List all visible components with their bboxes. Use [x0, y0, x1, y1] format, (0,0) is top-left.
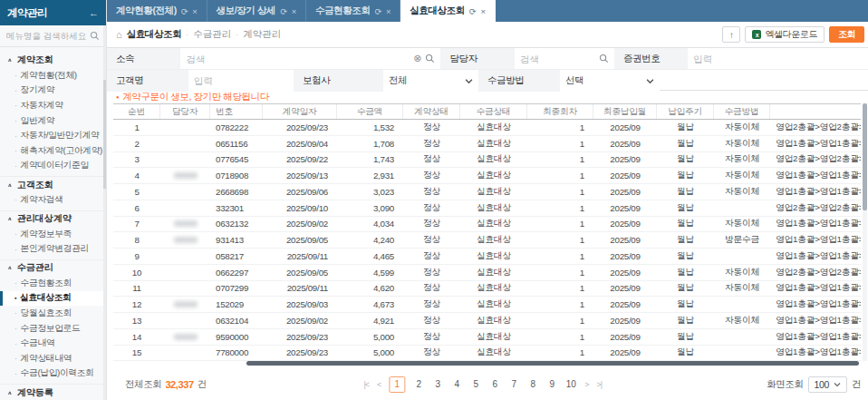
- page-size-select[interactable]: 100: [808, 376, 847, 393]
- bullet-icon: ·: [14, 245, 17, 254]
- page-number[interactable]: 9: [546, 379, 557, 389]
- sidebar-section[interactable]: ∧계약등록: [0, 384, 106, 400]
- table-row[interactable]: 1107072992025/09/114,620정상실효대상12025/09월납…: [113, 281, 861, 298]
- tab-close-icon[interactable]: ×: [192, 6, 197, 16]
- table-row[interactable]: 89314132025/09/054,240정상실효대상12025/09월납방문…: [113, 232, 861, 249]
- table-row[interactable]: 526686982025/09/063,023정상실효대상12025/09월납자…: [113, 184, 861, 200]
- redacted-name: [174, 220, 198, 227]
- table-cell: 영업2총괄>영업2총괄>: [770, 200, 861, 216]
- table-row[interactable]: 206511562025/09/041,708정상실효대상12025/09월납자…: [113, 136, 861, 152]
- table-horizontal-scrollbar[interactable]: [246, 361, 859, 366]
- affiliation-input[interactable]: [186, 54, 410, 64]
- table-vertical-scrollbar[interactable]: [863, 103, 867, 361]
- tab-close-icon[interactable]: ×: [386, 6, 391, 16]
- table-cell: 실효대상: [460, 136, 527, 151]
- tab[interactable]: 계약현황(전체)⟳×: [107, 0, 207, 22]
- sidebar-item[interactable]: ·일반계약: [0, 113, 106, 129]
- menu-search-input[interactable]: [6, 31, 86, 41]
- tab[interactable]: 수금현황조회⟳×: [306, 0, 400, 22]
- policy-number-input[interactable]: [693, 54, 863, 64]
- page-number[interactable]: 2: [413, 379, 424, 389]
- table-cell: 1: [527, 120, 593, 135]
- sidebar-item-active[interactable]: ▪실효대상조회: [0, 291, 106, 307]
- bullet-icon: ·: [14, 308, 17, 317]
- sidebar-item[interactable]: ·계약현황(전체): [0, 68, 106, 83]
- sidebar-scrollbar[interactable]: [103, 25, 106, 400]
- table-cell: 월납: [657, 120, 714, 135]
- sidebar-item[interactable]: ·수금정보업로드: [0, 321, 106, 337]
- scroll-top-button[interactable]: ↑: [722, 26, 740, 43]
- sidebar-item[interactable]: ·당월실효조회: [0, 306, 106, 321]
- sidebar-item[interactable]: ·계약정보부족: [0, 227, 106, 242]
- page-number[interactable]: 5: [470, 379, 481, 389]
- page-number[interactable]: 4: [451, 379, 462, 389]
- table-cell: 영업1총괄>영업1총괄>1: [770, 168, 861, 183]
- tab[interactable]: 생보/장기 상세⟳×: [207, 0, 306, 22]
- tab-active[interactable]: 실효대상조회⟳×: [400, 0, 495, 22]
- table-row[interactable]: 63323012025/09/103,090정상실효대상12025/09월납영업…: [113, 200, 861, 217]
- table-row[interactable]: 90582172025/09/114,465정상실효대상12025/09월납영업…: [113, 249, 861, 265]
- tab-close-icon[interactable]: ×: [480, 6, 485, 16]
- customer-name-input[interactable]: [194, 75, 288, 86]
- tab-refresh-icon[interactable]: ⟳: [374, 6, 381, 16]
- home-icon[interactable]: ⌂: [116, 29, 122, 40]
- sidebar-section[interactable]: ∧수금관리: [0, 259, 106, 276]
- sidebar-item[interactable]: ·수금내역: [0, 336, 106, 351]
- sidebar-item[interactable]: ·계약자검색: [0, 192, 106, 208]
- col-header: 계약일자: [263, 104, 337, 119]
- sidebar-item[interactable]: ·계약데이터기준일: [0, 159, 106, 174]
- payment-method-select[interactable]: 선택: [560, 70, 660, 92]
- table-row[interactable]: 1306321042025/09/024,921정상실효대상12025/09월납…: [113, 313, 861, 329]
- affiliation-label: 소속: [107, 48, 180, 69]
- table-row[interactable]: 1577800002025/09/235,000정상실효대상12025/09월납…: [113, 346, 861, 362]
- excel-download-button[interactable]: x 엑셀다운로드: [745, 26, 825, 43]
- sidebar-item[interactable]: ·수금현황조회: [0, 276, 106, 291]
- page-number[interactable]: 10: [565, 379, 576, 389]
- sidebar-collapse-icon[interactable]: ←: [89, 7, 99, 18]
- redacted-name: [174, 334, 198, 340]
- sidebar-section[interactable]: ∧관리대상계약: [0, 210, 106, 227]
- sidebar-item[interactable]: ·계약상태내역: [0, 351, 106, 366]
- page-number[interactable]: 6: [489, 379, 500, 389]
- insurer-select[interactable]: 전체: [383, 70, 478, 92]
- table-row[interactable]: 121520292025/09/034,673정상실효대상12025/09월납영…: [113, 297, 861, 313]
- sidebar-item[interactable]: ·수금(납입)이력조회: [0, 366, 106, 382]
- sidebar-section[interactable]: ∧계약조회: [0, 52, 106, 68]
- tab-refresh-icon[interactable]: ⟳: [181, 6, 188, 16]
- table-cell: 영업1총괄>영업1총괄>4: [770, 232, 861, 248]
- table-row[interactable]: 107822222025/09/231,532정상실효대상12025/09월납자…: [113, 120, 861, 136]
- table-cell: 자동이체: [714, 217, 770, 232]
- page-number[interactable]: 7: [508, 379, 519, 389]
- sidebar-item[interactable]: ·본인계약변경관리: [0, 241, 106, 257]
- policy-number-field: [688, 48, 868, 69]
- bullet-icon: ·: [14, 324, 17, 333]
- page-number-current[interactable]: 1: [389, 376, 405, 393]
- page-number[interactable]: 8: [527, 379, 538, 389]
- page-last-button[interactable]: >|: [597, 380, 603, 389]
- manager-input[interactable]: [520, 54, 595, 64]
- clear-icon[interactable]: ⊗: [413, 53, 421, 64]
- sidebar-item[interactable]: ·장기계약: [0, 83, 106, 99]
- table-cell: 058217: [210, 249, 263, 264]
- page-prev-button[interactable]: <: [377, 380, 381, 389]
- table-row[interactable]: 1495900002025/09/235,000정상실효대상12025/09월납…: [113, 329, 861, 346]
- table-cell: 정상: [403, 200, 460, 216]
- table-row[interactable]: 1006622972025/09/054,599정상실효대상12025/09월납…: [113, 265, 861, 281]
- tab-refresh-icon[interactable]: ⟳: [280, 6, 287, 16]
- sidebar-item[interactable]: ·자동차/일반만기계약: [0, 128, 106, 143]
- tab-close-icon[interactable]: ×: [292, 6, 296, 16]
- search-submit-button[interactable]: 조회: [829, 26, 864, 43]
- table-row[interactable]: 307765452025/09/221,743정상실효대상12025/09월납자…: [113, 152, 861, 169]
- tab-refresh-icon[interactable]: ⟳: [469, 6, 477, 16]
- sidebar-section[interactable]: ∧고객조회: [0, 176, 106, 192]
- page-first-button[interactable]: |<: [363, 380, 369, 389]
- table-row[interactable]: 407189082025/09/132,931정상실효대상12025/09월납자…: [113, 168, 861, 184]
- sidebar-item[interactable]: ·해촉자계약(고아계약): [0, 143, 106, 159]
- search-icon[interactable]: [90, 31, 100, 41]
- tab-label: 수금현황조회: [315, 5, 371, 17]
- page-number[interactable]: 3: [432, 379, 443, 389]
- table-row[interactable]: 706321322025/09/024,034정상실효대상12025/09월납자…: [113, 217, 861, 233]
- page-next-button[interactable]: >: [584, 380, 588, 389]
- table-cell: 자동이체: [714, 281, 770, 297]
- sidebar-item[interactable]: ·자동차계약: [0, 98, 106, 113]
